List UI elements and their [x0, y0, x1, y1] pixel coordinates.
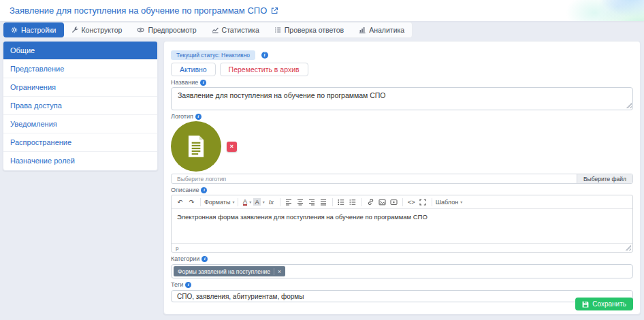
tab-settings[interactable]: Настройки — [3, 22, 64, 37]
template-dropdown[interactable]: Шаблон ▾ — [436, 197, 462, 208]
floppy-disk-icon — [582, 301, 589, 308]
tab-label: Настройки — [21, 26, 57, 34]
chart-line-icon — [212, 27, 219, 33]
gears-icon — [11, 27, 18, 33]
logo-label: Логотип — [171, 113, 193, 120]
numbered-list-button[interactable] — [348, 197, 358, 208]
tab-constructor[interactable]: Конструктор — [64, 22, 130, 37]
text-color-button[interactable]: A ▾ — [242, 197, 252, 208]
logo-image — [171, 121, 221, 172]
chevron-down-icon: ▾ — [249, 199, 251, 204]
tab-label: Аналитика — [369, 26, 404, 34]
align-center-button[interactable] — [295, 197, 306, 208]
background-color-button[interactable]: A ▾ — [253, 197, 264, 208]
tab-statistics[interactable]: Статистика — [204, 22, 267, 37]
remove-category-icon[interactable]: × — [274, 268, 281, 275]
status-buttons: Активно Переместить в архив — [171, 63, 633, 76]
save-button[interactable]: Сохранить — [575, 298, 633, 310]
media-button[interactable] — [389, 197, 399, 208]
element-path: p — [176, 245, 178, 251]
tab-label: Статистика — [222, 26, 259, 34]
tab-bar: Настройки Конструктор Предпросмотр Стати… — [3, 22, 413, 38]
chevron-down-icon: ▾ — [263, 199, 265, 204]
bg-color-a: A — [253, 198, 260, 206]
toolbar-separator — [432, 198, 432, 206]
name-field-wrap: Заявление для поступления на обучение по… — [171, 87, 633, 110]
tab-label: Предпросмотр — [148, 26, 196, 34]
description-editor-content[interactable]: Электронная форма заявления для поступле… — [172, 209, 632, 243]
info-icon[interactable]: i — [195, 114, 202, 120]
remove-logo-button[interactable]: × — [227, 142, 237, 152]
list-check-icon — [274, 27, 281, 33]
tags-input[interactable] — [171, 290, 633, 302]
tab-label: Конструктор — [82, 26, 123, 34]
toolbar-separator — [238, 198, 238, 206]
chevron-down-icon: ▾ — [460, 199, 462, 204]
categories-label: Категории — [171, 255, 199, 262]
eye-icon — [137, 27, 144, 33]
logo-file-input[interactable]: Выберите логотип Выберите файл — [171, 174, 633, 184]
chevron-down-icon: ▾ — [232, 199, 234, 204]
sidebar-item-role-assignment[interactable]: Назначение ролей — [3, 152, 157, 170]
sidebar-item-presentation[interactable]: Представление — [3, 60, 157, 78]
template-label: Шаблон — [436, 199, 458, 206]
logo-label-row: Логотип i — [171, 113, 633, 120]
name-label: Название — [171, 79, 198, 86]
settings-sidebar: Общие Представление Ограничения Права до… — [3, 41, 158, 171]
sidebar-item-general[interactable]: Общие — [3, 42, 157, 60]
source-code-button[interactable]: <> — [406, 197, 417, 208]
text-color-a: A — [243, 198, 247, 206]
sidebar-item-notifications[interactable]: Уведомления — [3, 115, 157, 133]
info-icon[interactable]: i — [261, 52, 268, 59]
header-decoration — [419, 0, 644, 21]
tags-label: Теги — [171, 281, 183, 288]
name-label-row: Название i — [171, 79, 633, 86]
activate-button[interactable]: Активно — [171, 63, 216, 76]
page-title: Заявление для поступления на обучение по… — [10, 5, 267, 16]
description-label-row: Описание i — [171, 187, 633, 193]
document-icon — [183, 133, 209, 159]
bar-chart-icon — [359, 27, 366, 33]
align-justify-button[interactable] — [319, 197, 329, 208]
editor-status-bar: p — [172, 243, 632, 252]
link-button[interactable] — [366, 197, 376, 208]
bullet-list-button[interactable] — [336, 197, 347, 208]
choose-file-button[interactable]: Выберите файл — [577, 174, 632, 183]
sidebar-item-distribution[interactable]: Распространение — [3, 133, 157, 152]
general-settings-panel: Текущий статус: Неактивно i Активно Пере… — [163, 41, 641, 315]
formats-label: Форматы — [204, 199, 230, 206]
categories-input[interactable]: Формы заявлений на поступление × — [171, 264, 633, 278]
info-icon[interactable]: i — [202, 256, 208, 262]
tab-analytics[interactable]: Аналитика — [351, 22, 412, 37]
tab-preview[interactable]: Предпросмотр — [129, 22, 204, 37]
file-placeholder: Выберите логотип — [172, 174, 577, 183]
toolbar-separator — [361, 198, 362, 206]
logo-preview-wrap: × — [171, 121, 633, 172]
clear-formatting-button[interactable]: Ix — [266, 197, 276, 208]
undo-button[interactable]: ↶ — [175, 197, 185, 208]
info-icon[interactable]: i — [185, 282, 191, 288]
toolbar-separator — [200, 198, 201, 206]
editor-toolbar: ↶ ↷ Форматы ▾ A ▾ A ▾ Ix — [172, 195, 632, 209]
external-link-icon[interactable] — [271, 7, 278, 14]
sidebar-item-restrictions[interactable]: Ограничения — [3, 78, 157, 97]
category-chip-label: Формы заявлений на поступление — [178, 268, 270, 275]
info-icon[interactable]: i — [200, 80, 206, 86]
name-textarea[interactable]: Заявление для поступления на обучение по… — [171, 87, 633, 110]
formats-dropdown[interactable]: Форматы ▾ — [204, 197, 234, 208]
align-right-button[interactable] — [307, 197, 317, 208]
resize-handle-icon[interactable] — [625, 244, 631, 251]
category-chip: Формы заявлений на поступление × — [174, 266, 285, 276]
align-left-button[interactable] — [284, 197, 294, 208]
redo-button[interactable]: ↷ — [187, 197, 197, 208]
status-row: Текущий статус: Неактивно i — [171, 48, 633, 61]
toolbar-separator — [280, 198, 280, 206]
fullscreen-button[interactable] — [418, 197, 428, 208]
tab-answers-check[interactable]: Проверка ответов — [267, 22, 351, 37]
info-icon[interactable]: i — [201, 187, 207, 193]
sidebar-item-access-rights[interactable]: Права доступа — [3, 97, 157, 115]
archive-button[interactable]: Переместить в архив — [220, 63, 308, 76]
description-editor: ↶ ↷ Форматы ▾ A ▾ A ▾ Ix — [171, 195, 633, 253]
image-button[interactable] — [377, 197, 387, 208]
categories-label-row: Категории i — [171, 255, 633, 262]
